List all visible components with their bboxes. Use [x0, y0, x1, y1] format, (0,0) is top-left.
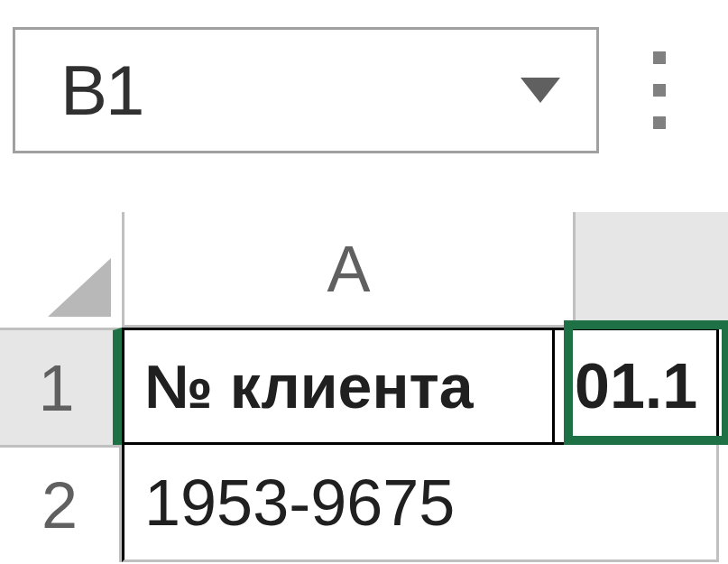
cell-a2[interactable]: 1953-9675: [122, 445, 555, 562]
row-header-1[interactable]: 1: [0, 328, 122, 445]
row-header-2[interactable]: 2: [0, 445, 122, 562]
select-all-icon: [48, 258, 111, 317]
cell-b1[interactable]: 01.1: [552, 328, 719, 445]
column-header-a[interactable]: A: [122, 212, 573, 328]
name-box[interactable]: B1: [13, 27, 599, 153]
select-all-corner[interactable]: [0, 212, 122, 328]
spreadsheet-grid: A 1 № клиента 01.1 2 1953-9675: [0, 212, 728, 562]
column-header-b[interactable]: [573, 212, 728, 328]
more-options-icon[interactable]: [626, 51, 693, 129]
name-box-value: B1: [60, 50, 143, 132]
chevron-down-icon[interactable]: [521, 78, 560, 103]
cell-b2[interactable]: [552, 445, 719, 562]
cell-a1[interactable]: № клиента: [122, 328, 555, 445]
